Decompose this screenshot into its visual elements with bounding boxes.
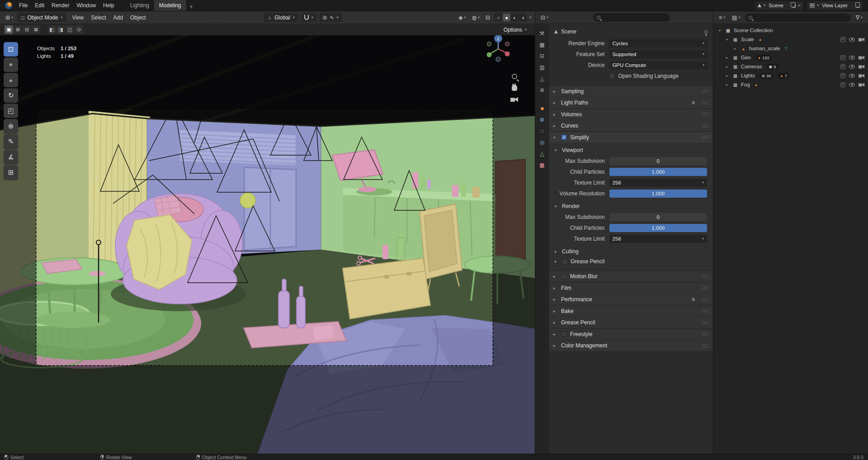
panel-header[interactable]: ▸ Grease Pencil <box>549 317 712 328</box>
outliner-search-input[interactable] <box>745 14 851 22</box>
exclude-checkbox[interactable] <box>840 64 845 69</box>
pan-hand-icon[interactable] <box>512 85 517 91</box>
simplify-viewport-subheader[interactable]: ▾ Viewport <box>549 145 712 155</box>
panel-header[interactable]: ▸ Sampling <box>549 86 712 97</box>
render-engine-dropdown[interactable]: Cycles▾ <box>609 39 708 47</box>
editor-type-button[interactable]: ⊟▾ <box>539 14 550 22</box>
panel-header[interactable]: ▸ Film <box>549 283 712 294</box>
tool-button[interactable]: ↻ <box>4 88 18 103</box>
disable-render-icon[interactable] <box>859 56 864 60</box>
item-name[interactable]: Scene Collection <box>734 28 773 33</box>
device-dropdown[interactable]: GPU Compute▾ <box>609 61 708 69</box>
item-name[interactable]: Fog <box>741 82 750 87</box>
hide-eye-icon[interactable] <box>849 56 855 60</box>
expand-arrow-icon[interactable]: ▾ <box>726 38 731 42</box>
blender-logo-icon[interactable] <box>5 2 12 9</box>
presets-icon[interactable] <box>692 100 695 106</box>
panel-header[interactable]: ▸ Motion Blur <box>549 271 712 282</box>
panel-header[interactable]: ▸ Color Management <box>549 340 712 351</box>
new-scene-icon[interactable] <box>792 4 796 8</box>
show-gizmo-button[interactable]: ◈▾ <box>457 14 467 22</box>
tool-button[interactable]: + <box>4 73 18 87</box>
expand-arrow-icon[interactable]: ▸ <box>726 56 731 60</box>
exclude-checkbox[interactable] <box>840 55 845 60</box>
property-field[interactable]: 0▾ <box>609 213 707 221</box>
panel-header[interactable]: ▸ Volumes <box>549 109 712 120</box>
item-name[interactable]: Lights <box>741 73 755 78</box>
unlink-scene-icon[interactable]: × <box>798 3 801 8</box>
item-name[interactable]: Scale <box>741 37 754 42</box>
proportional-editing-toggle[interactable]: ◎∿▾ <box>319 13 342 22</box>
panel-checkbox[interactable] <box>561 274 567 280</box>
properties-tab[interactable]: ■ <box>535 103 549 114</box>
workspace-tab[interactable]: Modeling <box>154 0 186 11</box>
properties-tab[interactable]: ∷ <box>535 125 549 137</box>
mode-selector[interactable]: ◻ Object Mode ▾ <box>17 13 66 22</box>
property-field[interactable]: 256▾ <box>609 235 707 243</box>
new-view-layer-icon[interactable] <box>856 4 860 8</box>
properties-tab[interactable]: △ <box>535 73 549 84</box>
item-name[interactable]: Cameras <box>741 64 762 69</box>
panel-checkbox[interactable] <box>561 331 567 337</box>
add-workspace-button[interactable]: + <box>186 3 197 11</box>
property-field[interactable]: 1.000▾ <box>609 224 707 232</box>
properties-tab[interactable]: ⊟ <box>535 50 549 62</box>
snap-toggle[interactable]: ▾ <box>301 13 317 22</box>
filter-icon[interactable]: ∇▾ <box>854 14 864 22</box>
menu-item[interactable]: File <box>15 1 31 9</box>
hide-eye-icon[interactable] <box>849 83 855 87</box>
panel-header[interactable]: ▸ Performance <box>549 294 712 305</box>
outliner-row[interactable]: ▾ Scale <box>713 35 868 44</box>
shading-mode-button[interactable]: ● <box>503 14 510 21</box>
exclude-checkbox[interactable] <box>840 73 845 78</box>
property-field[interactable]: 1.000▾ <box>609 190 707 198</box>
editor-type-button[interactable]: ⊞▾ <box>4 14 15 22</box>
presets-icon[interactable] <box>692 296 695 303</box>
tool-button[interactable]: ⊕ <box>4 119 18 133</box>
camera-view-icon[interactable] <box>510 97 518 102</box>
simplify-checkbox[interactable] <box>561 134 567 140</box>
expand-arrow-icon[interactable]: ▾ <box>719 28 723 33</box>
tool-button[interactable]: ◰ <box>4 104 18 118</box>
disable-render-icon[interactable] <box>859 74 864 78</box>
options-dropdown[interactable]: Options ▾ <box>500 25 530 34</box>
pin-icon[interactable] <box>704 30 708 33</box>
editor-type-button[interactable]: ≡▾ <box>717 14 727 22</box>
osl-checkbox[interactable] <box>609 73 615 79</box>
tool-button[interactable]: ⊞ <box>4 165 18 180</box>
property-field[interactable]: 0▾ <box>609 157 707 165</box>
view-layer-selector[interactable]: ▾ View Layer <box>807 1 863 10</box>
shading-mode-button[interactable]: ◑ <box>519 14 527 21</box>
viewport-menu-item[interactable]: Object <box>127 13 150 22</box>
expand-arrow-icon[interactable]: ▸ <box>726 83 731 87</box>
tool-button[interactable]: ⌖ <box>4 57 18 72</box>
select-mode-button[interactable]: ⊞ <box>14 25 22 34</box>
tool-button[interactable]: ⊡ <box>4 42 18 57</box>
property-field[interactable]: 256▾ <box>609 179 707 187</box>
properties-tab[interactable]: ▩ <box>535 159 549 171</box>
outliner-row[interactable]: ▸ Lights 38 7 <box>713 71 868 80</box>
menu-item[interactable]: Help <box>99 1 118 9</box>
outliner-row[interactable]: ▸ human_scale <box>713 44 868 53</box>
item-name[interactable]: human_scale <box>749 46 780 51</box>
tool-option-button[interactable]: ◧ <box>47 25 56 34</box>
disable-render-icon[interactable] <box>859 38 864 42</box>
display-mode-button[interactable]: ▤▾ <box>730 14 742 22</box>
scene-selector[interactable]: ▾ Scene × <box>755 1 803 10</box>
panel-header[interactable]: ▸ Curves <box>549 120 712 131</box>
properties-search-input[interactable] <box>593 13 670 22</box>
properties-tab[interactable]: ▥ <box>535 62 549 73</box>
shading-mode-button[interactable]: ◐ <box>511 14 519 21</box>
subpanel-checkbox[interactable] <box>562 259 568 265</box>
outliner-row[interactable]: ▾ Scene Collection <box>713 26 868 35</box>
feature-set-dropdown[interactable]: Supported▾ <box>609 50 708 58</box>
simplify-render-subheader[interactable]: ▾ Render <box>549 201 712 211</box>
show-overlays-button[interactable]: ◍▾ <box>470 14 481 22</box>
navigation-gizmo[interactable]: Z <box>482 33 514 66</box>
simplify-panel-header[interactable]: ▾ Simplify <box>549 132 712 143</box>
exclude-checkbox[interactable] <box>840 37 845 42</box>
panel-header[interactable]: ▸ Bake <box>549 306 712 317</box>
item-name[interactable]: Geo <box>741 55 751 60</box>
select-mode-button[interactable]: ⊟ <box>23 25 31 34</box>
hide-eye-icon[interactable] <box>849 74 855 78</box>
